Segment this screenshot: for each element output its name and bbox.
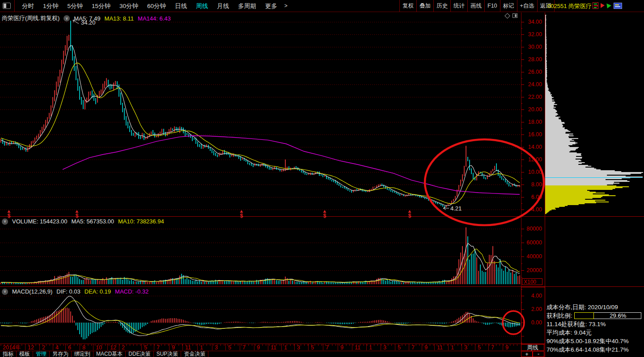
cost90-line: 90%成本5.00-18.92集中40.7% <box>547 337 643 345</box>
stock-code: 002551 <box>547 3 567 9</box>
period-tab-60分钟[interactable]: 60分钟 <box>143 0 170 12</box>
bottombar-item-资金决策[interactable]: 资金决策 <box>181 351 208 357</box>
collapse-chevron-icon[interactable] <box>64 15 70 21</box>
ma13-line <box>1 63 520 204</box>
svg-text:11: 11 <box>437 344 443 351</box>
candlesticks <box>1 21 520 208</box>
bottombar-item-另存为[interactable]: 另存为 <box>50 351 72 357</box>
profit-at-price-line: 11.14处获利盘: 73.1% <box>547 320 643 328</box>
maximize-pane-icon[interactable] <box>513 13 517 18</box>
period-tab-周线[interactable]: 周线 <box>191 0 212 12</box>
red-flag-icon[interactable] <box>601 3 605 8</box>
macd-histogram <box>1 308 520 340</box>
period-tab-多周期[interactable]: 多周期 <box>233 0 261 12</box>
bottombar-item-DDE决策[interactable]: DDE决策 <box>126 351 153 357</box>
green-arrow-icon[interactable] <box>606 3 611 8</box>
svg-text:7: 7 <box>326 344 329 351</box>
svg-text:4: 4 <box>55 344 59 351</box>
diamond-icon[interactable] <box>504 13 510 19</box>
bottombar-item-模板[interactable]: 模板 <box>17 351 33 357</box>
svg-text:2: 2 <box>42 344 45 351</box>
svg-text:20000: 20000 <box>526 267 542 273</box>
tool-button-F10[interactable]: F10 <box>485 0 500 12</box>
svg-text:30.00: 30.00 <box>528 44 542 50</box>
svg-text:3: 3 <box>215 344 218 351</box>
svg-text:10: 10 <box>96 344 102 351</box>
svg-text:9: 9 <box>257 344 260 351</box>
profit-ratio-value: 29.6% <box>595 313 641 319</box>
bottombar-item-SUP决策[interactable]: SUP决策 <box>154 351 182 357</box>
bottombar-item-指标[interactable]: 指标 <box>0 351 17 357</box>
tool-button-叠加[interactable]: 叠加 <box>417 0 434 12</box>
volume-ma10-value: MA10: 738236.94 <box>118 218 164 225</box>
zoom-out-button[interactable]: - <box>533 351 544 357</box>
ma5-line <box>1 46 520 206</box>
price-grid <box>0 22 521 210</box>
tool-button-统计[interactable]: 统计 <box>451 0 468 12</box>
profit-ratio-row: 获利比例: 29.6% <box>547 311 643 320</box>
svg-text:3: 3 <box>383 344 386 351</box>
svg-text:5: 5 <box>478 344 481 351</box>
top-menu-bar: 分时1分钟5分钟15分钟30分钟60分钟日线周线月线多周期更多 > 复权叠加历史… <box>0 0 644 12</box>
svg-text:$: $ <box>408 213 411 219</box>
svg-text:11: 11 <box>271 344 276 351</box>
message-window-icon[interactable] <box>614 3 622 9</box>
svg-text:4.21: 4.21 <box>450 205 462 212</box>
period-tabs: 分时1分钟5分钟15分钟30分钟60分钟日线周线月线多周期更多 <box>17 0 282 12</box>
cost-distribution-panel: 成本分布,日期: 2020/10/09 获利比例: 29.6% 11.14处获利… <box>547 303 643 354</box>
svg-text:0.00: 0.00 <box>531 319 542 326</box>
svg-text:5: 5 <box>228 344 231 351</box>
svg-text:$: $ <box>323 213 326 219</box>
drawn-circle-annotation[interactable] <box>425 139 544 225</box>
period-tab-月线[interactable]: 月线 <box>212 0 233 12</box>
svg-text:14.00: 14.00 <box>528 144 542 150</box>
ma5-value: MA5: 7.49 <box>74 15 100 22</box>
period-tab-30分钟[interactable]: 30分钟 <box>115 0 143 12</box>
svg-text:1: 1 <box>284 344 287 351</box>
volume-axis: 80000600004000020000X100 <box>521 226 542 285</box>
tool-button-标记[interactable]: 标记 <box>500 0 517 12</box>
zoom-in-button[interactable]: + <box>521 351 533 357</box>
svg-text:1: 1 <box>369 344 372 351</box>
collapse-chevron-icon[interactable] <box>2 289 8 295</box>
dividend-markers: $$$$$ <box>8 210 411 219</box>
volume-grid <box>0 229 521 271</box>
svg-text:12: 12 <box>28 344 34 351</box>
layout-toggle-icon[interactable] <box>3 3 11 9</box>
svg-text:$: $ <box>240 213 243 219</box>
more-chevron-icon[interactable]: > <box>282 3 290 9</box>
bottombar-item-绑定到[interactable]: 绑定到 <box>72 351 93 357</box>
main-chart-header: 尚荣医疗(周线.前复权) MA5: 7.49 MA13: 8.11 MA144:… <box>2 14 171 22</box>
profit-ratio-label: 获利比例: <box>547 311 572 320</box>
svg-text:18.00: 18.00 <box>528 119 542 125</box>
volume-value: VOLUME: 154423.00 <box>12 218 68 225</box>
svg-text:24.00: 24.00 <box>528 81 542 88</box>
tool-button-画线[interactable]: 画线 <box>468 0 485 12</box>
svg-text:X100: X100 <box>524 279 536 285</box>
bottombar-item-MACD基本[interactable]: MACD基本 <box>93 351 126 357</box>
svg-text:28.00: 28.00 <box>528 56 542 63</box>
svg-text:5: 5 <box>311 344 314 351</box>
period-tab-5分钟[interactable]: 5分钟 <box>63 0 88 12</box>
bottombar-item-管理[interactable]: 管理 <box>33 351 50 357</box>
cost70-line: 70%成本6.64-14.08集中21.7% <box>547 345 643 354</box>
svg-text:7: 7 <box>411 344 415 351</box>
period-tab-更多[interactable]: 更多 <box>261 0 282 12</box>
volume-ma5-line <box>1 243 520 283</box>
period-tab-1分钟[interactable]: 1分钟 <box>38 0 63 12</box>
dif-value: DIF: 0.03 <box>56 288 80 295</box>
svg-text:9: 9 <box>424 344 428 351</box>
svg-text:周线: 周线 <box>527 344 538 351</box>
svg-text:4.00: 4.00 <box>531 293 542 299</box>
svg-text:11: 11 <box>355 344 360 351</box>
period-tab-15分钟[interactable]: 15分钟 <box>87 0 115 12</box>
period-tab-日线[interactable]: 日线 <box>170 0 191 12</box>
price-axis: 34.0032.0030.0028.0026.0024.0022.0020.00… <box>521 19 542 213</box>
portfolio-chart-icon[interactable] <box>593 2 598 9</box>
collapse-chevron-icon[interactable] <box>2 218 8 225</box>
tool-button-+自选[interactable]: +自选 <box>517 0 538 12</box>
svg-text:3: 3 <box>297 344 300 351</box>
period-tab-分时[interactable]: 分时 <box>17 0 38 12</box>
tool-button-复权[interactable]: 复权 <box>400 0 417 12</box>
tool-button-历史[interactable]: 历史 <box>434 0 451 12</box>
